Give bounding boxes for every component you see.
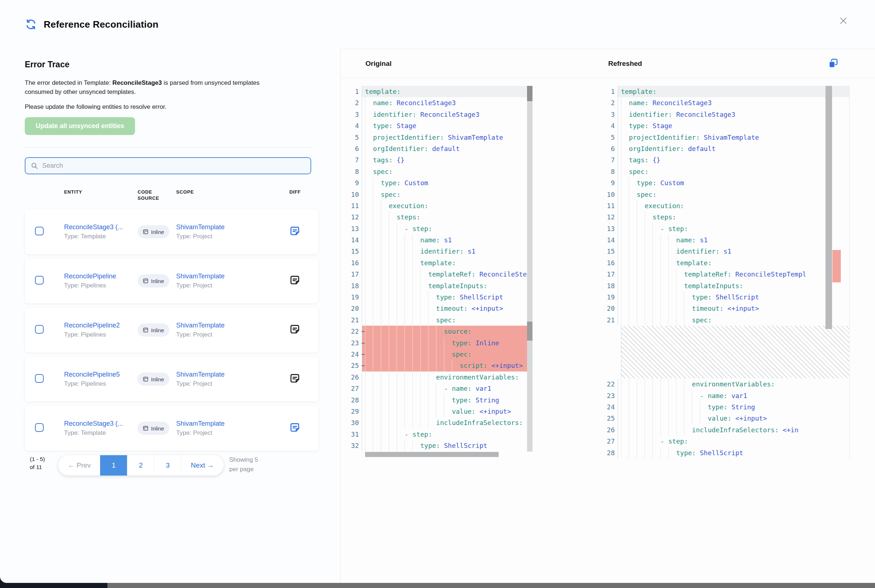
line-number: 22− bbox=[341, 326, 362, 337]
indent-guides bbox=[621, 246, 676, 257]
indent-guides bbox=[365, 417, 436, 428]
entity-link[interactable]: ReconcilePipeline bbox=[64, 273, 138, 280]
indent-guides bbox=[621, 120, 629, 131]
scrollbar-thumb-vertical[interactable] bbox=[527, 86, 533, 101]
line-number: 29 bbox=[341, 406, 362, 417]
indent-guides bbox=[621, 223, 660, 234]
indent-guides bbox=[365, 303, 436, 314]
update-all-button[interactable]: Update all unsynced entities bbox=[25, 117, 135, 135]
code-line: 8spec: bbox=[341, 166, 533, 177]
original-code-editor[interactable]: 1template:2name: ReconcileStage33identif… bbox=[341, 86, 533, 458]
page-button-2[interactable]: 2 bbox=[127, 455, 154, 476]
entity-type: Type: Pipelines bbox=[64, 282, 138, 289]
line-number: 8 bbox=[597, 166, 618, 177]
diff-button[interactable] bbox=[290, 324, 300, 335]
indent-guides bbox=[365, 280, 428, 291]
entity-link[interactable]: ReconcileStage3 (... bbox=[64, 420, 138, 428]
refreshed-code-editor[interactable]: 1template:2name: ReconcileStage33identif… bbox=[597, 86, 849, 459]
code-line: 28type: String bbox=[341, 394, 533, 406]
entity-type: Type: Template bbox=[64, 233, 138, 240]
indent-guides bbox=[621, 268, 684, 280]
line-number: 24 bbox=[597, 401, 618, 412]
code-line: 12steps: bbox=[597, 212, 849, 223]
removed-line-marker: − bbox=[361, 326, 365, 337]
indent-guides bbox=[621, 424, 692, 435]
scope-type: Type: Project bbox=[176, 233, 290, 240]
close-button[interactable] bbox=[838, 15, 849, 26]
scope-link[interactable]: ShivamTemplate bbox=[176, 224, 290, 231]
indent-guides bbox=[365, 223, 404, 234]
diff-icon bbox=[290, 324, 300, 335]
table-row[interactable]: ReconcilePipeline5Type: PipelinesInlineS… bbox=[25, 357, 318, 402]
scrollbar-track-vertical[interactable] bbox=[527, 86, 533, 452]
table-row[interactable]: ReconcileStage3 (...Type: TemplateInline… bbox=[25, 406, 318, 451]
line-number: 26 bbox=[597, 424, 618, 435]
inline-icon bbox=[143, 278, 149, 284]
line-number: 20 bbox=[597, 303, 618, 314]
code-source-badge: Inline bbox=[138, 422, 169, 435]
refreshed-panel-header: Refreshed bbox=[597, 49, 875, 78]
page-button-1[interactable]: 1 bbox=[100, 455, 127, 476]
line-number: 13 bbox=[341, 223, 362, 234]
indent-guides bbox=[365, 109, 373, 120]
indent-guides bbox=[621, 435, 660, 447]
indent-guides bbox=[365, 200, 389, 212]
refresh-icon bbox=[25, 18, 37, 31]
table-row[interactable]: ReconcilePipeline2Type: PipelinesInlineS… bbox=[25, 308, 318, 352]
code-line: 11execution: bbox=[341, 200, 533, 212]
diff-button[interactable] bbox=[290, 226, 300, 237]
scope-link[interactable]: ShivamTemplate bbox=[176, 322, 290, 329]
scrollbar-thumb-horizontal[interactable] bbox=[365, 452, 499, 457]
row-checkbox[interactable] bbox=[35, 226, 44, 236]
dialog-body: Error Trace The error detected in Templa… bbox=[0, 49, 875, 583]
page-title: Reference Reconciliation bbox=[44, 19, 158, 30]
line-number: 13 bbox=[597, 223, 618, 234]
code-line: 19type: ShellScript bbox=[341, 291, 533, 303]
search-input[interactable] bbox=[42, 162, 305, 170]
line-number: 7 bbox=[597, 154, 618, 165]
diff-button[interactable] bbox=[290, 373, 300, 384]
table-row[interactable]: ReconcileStage3 (...Type: TemplateInline… bbox=[25, 209, 318, 254]
line-number: 12 bbox=[341, 212, 362, 223]
indent-guides bbox=[621, 378, 692, 390]
line-number: 7 bbox=[341, 154, 362, 165]
indent-guides bbox=[365, 372, 436, 383]
prev-page-button[interactable]: ← Prev bbox=[58, 455, 100, 476]
entity-link[interactable]: ReconcileStage3 (... bbox=[64, 224, 138, 231]
copy-button[interactable] bbox=[828, 58, 839, 69]
indent-guides bbox=[621, 314, 692, 326]
entity-link[interactable]: ReconcilePipeline2 bbox=[64, 322, 138, 329]
error-trace-heading: Error Trace bbox=[25, 60, 318, 69]
pagination-range: (1 - 5) of 11 bbox=[30, 455, 50, 471]
row-checkbox[interactable] bbox=[35, 374, 44, 383]
line-number: 22 bbox=[597, 378, 618, 390]
diff-button[interactable] bbox=[290, 275, 300, 286]
line-number: 1 bbox=[341, 86, 362, 97]
scope-link[interactable]: ShivamTemplate bbox=[176, 273, 290, 280]
code-line: 24type: String bbox=[597, 401, 849, 412]
diff-button[interactable] bbox=[290, 422, 300, 433]
code-line: 25−script: <+input> bbox=[341, 360, 533, 371]
scrollbar-thumb-vertical[interactable] bbox=[825, 86, 832, 329]
code-line: 18templateInputs: bbox=[341, 280, 533, 291]
entity-type: Type: Template bbox=[64, 429, 138, 436]
table-row[interactable]: ReconcilePipelineType: PipelinesInlineSh… bbox=[25, 258, 318, 303]
page-button-3[interactable]: 3 bbox=[154, 455, 181, 476]
row-checkbox[interactable] bbox=[35, 325, 44, 334]
indent-guides bbox=[621, 291, 692, 303]
scope-type: Type: Project bbox=[176, 380, 290, 387]
line-number: 31 bbox=[341, 429, 362, 440]
scope-link[interactable]: ShivamTemplate bbox=[176, 371, 290, 378]
row-checkbox[interactable] bbox=[35, 423, 44, 432]
scope-link[interactable]: ShivamTemplate bbox=[176, 420, 290, 428]
row-checkbox[interactable] bbox=[35, 276, 44, 285]
line-number: 11 bbox=[597, 200, 618, 212]
code-line: 9type: Custom bbox=[597, 177, 849, 189]
code-line: 29value: <+input> bbox=[341, 406, 533, 417]
entity-link[interactable]: ReconcilePipeline5 bbox=[64, 371, 138, 378]
line-number: 9 bbox=[341, 177, 362, 189]
line-number: 6 bbox=[597, 143, 618, 154]
removed-line-marker: − bbox=[361, 349, 365, 360]
code-line: 5projectIdentifier: ShivamTemplate bbox=[341, 132, 533, 143]
next-page-button[interactable]: Next → bbox=[181, 455, 223, 476]
